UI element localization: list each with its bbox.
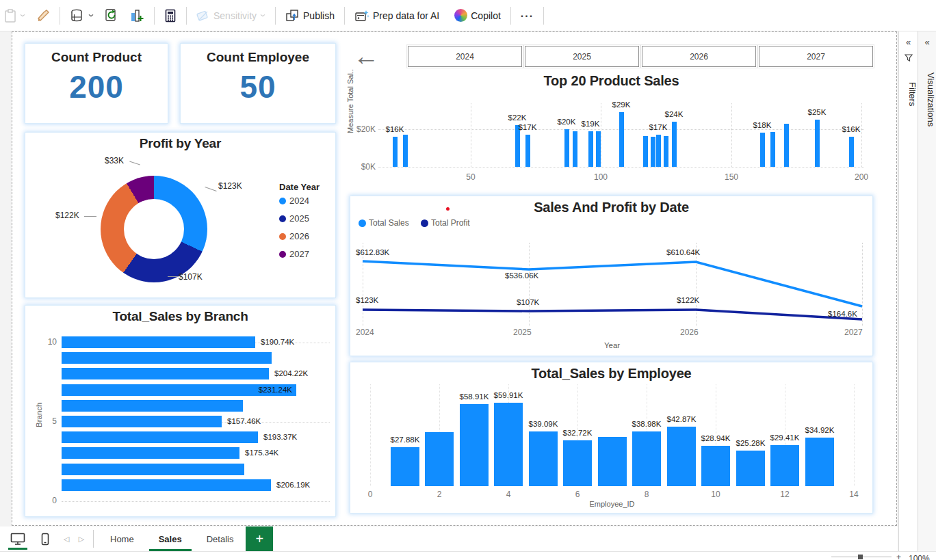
trend-line[interactable] (363, 310, 862, 319)
legend-title: Date Year (279, 182, 320, 192)
employee-bar[interactable] (460, 404, 489, 486)
page-tab-sales[interactable]: Sales (146, 526, 194, 551)
kpi-value: 200 (25, 68, 168, 105)
paste-button[interactable] (0, 6, 31, 25)
toolbar-separator (275, 7, 276, 25)
expand-filters-icon[interactable]: « (899, 31, 918, 47)
employee-bar[interactable] (667, 427, 696, 486)
kpi-card-count-product[interactable]: Count Product 200 (25, 43, 168, 124)
legend-item[interactable]: 2024 (279, 196, 309, 206)
employee-bar[interactable] (770, 445, 799, 486)
column-data-label: $19K (571, 120, 610, 128)
column-bar[interactable] (664, 136, 668, 167)
legend-item[interactable]: 2027 (279, 249, 309, 259)
column-bar[interactable] (651, 137, 655, 167)
column-bar[interactable] (393, 137, 398, 167)
employee-bar[interactable] (805, 438, 834, 486)
employee-bar[interactable] (391, 447, 419, 486)
employee-bar[interactable] (529, 431, 558, 486)
calculator-icon (164, 9, 177, 23)
more-options-button[interactable]: ... (515, 8, 539, 24)
column-bar[interactable] (619, 112, 624, 167)
donut-card-profit-by-year[interactable]: Profit by Year Date Year 202420252026202… (25, 132, 336, 298)
filters-pane[interactable]: « Filters (898, 31, 918, 551)
mobile-view-button[interactable] (31, 526, 59, 551)
column-bar[interactable] (760, 133, 765, 167)
column-bar[interactable] (672, 122, 677, 167)
toolbar-separator (154, 7, 155, 25)
column-bar[interactable] (596, 131, 601, 167)
branch-bar[interactable] (62, 368, 269, 379)
branch-bar[interactable] (62, 431, 258, 443)
kpi-card-count-employee[interactable]: Count Employee 50 (180, 43, 336, 124)
x-axis-tick: 200 (849, 172, 874, 182)
column-bar[interactable] (573, 131, 577, 167)
column-bar[interactable] (588, 131, 593, 167)
column-bar[interactable] (784, 124, 789, 167)
column-bar[interactable] (525, 135, 530, 167)
calculator-button[interactable] (159, 6, 182, 25)
x-axis-tick: 12 (775, 490, 795, 499)
employee-bar[interactable] (632, 431, 661, 486)
year-slicer-button-2025[interactable]: 2025 (525, 46, 639, 67)
employee-bar[interactable] (425, 432, 454, 486)
top20-plot[interactable]: 50100150200$20K$0K$16K$22K$17K$20K$19K$2… (340, 96, 881, 189)
next-page-button[interactable]: ▷ (74, 526, 89, 551)
back-button[interactable]: ← (353, 44, 379, 68)
branch-bar[interactable] (62, 447, 239, 459)
page-tab-detalis[interactable]: Detalis (194, 526, 246, 551)
prep-data-for-ai-button[interactable]: Prep data for AI (349, 6, 445, 25)
legend-item[interactable]: 2026 (279, 231, 309, 241)
expand-visualizations-icon[interactable]: « (918, 31, 936, 47)
branch-bar[interactable] (62, 352, 272, 364)
sensitivity-button[interactable]: Sensitivity (191, 6, 271, 25)
branch-bar[interactable] (62, 416, 222, 427)
bar-card-total-sales-by-branch[interactable]: Total_Sales by Branch Branch 1050$190.74… (25, 305, 336, 517)
employee-bar[interactable] (563, 440, 592, 486)
add-page-button[interactable]: + (246, 526, 273, 551)
legend-dot (279, 198, 286, 204)
format-painter-button[interactable] (31, 6, 55, 25)
employee-bar[interactable] (494, 403, 523, 486)
zoom-plus-icon[interactable]: + (896, 552, 901, 560)
year-slicer-button-2026[interactable]: 2026 (642, 46, 756, 67)
employee-bar[interactable] (598, 437, 627, 486)
desktop-view-button[interactable] (4, 526, 31, 551)
employee-bar[interactable] (701, 446, 730, 486)
column-bar[interactable] (643, 136, 648, 167)
visualizations-pane[interactable]: « Visualizations (918, 31, 936, 551)
column-card-total-sales-by-employee[interactable]: Total_Sales by Employee 02468101214$27.8… (350, 362, 873, 514)
publish-label: Publish (303, 10, 335, 21)
column-bar[interactable] (515, 125, 520, 167)
legend-label: 2027 (289, 249, 309, 259)
line-card-sales-and-profit[interactable]: Sales And Profit by Date Total Sales Tot… (350, 196, 873, 356)
column-bar[interactable] (656, 135, 661, 167)
get-data-button[interactable] (64, 6, 99, 25)
branch-bar[interactable] (62, 336, 255, 348)
trend-line[interactable] (363, 261, 862, 306)
column-bar[interactable] (564, 129, 569, 167)
year-slicer-button-2024[interactable]: 2024 (408, 46, 522, 67)
bar-data-label: $175.34K (245, 449, 278, 457)
line-data-label: $164.6K (828, 310, 857, 318)
branch-bar[interactable] (62, 464, 244, 475)
branch-bar[interactable] (62, 479, 271, 491)
column-bar[interactable] (815, 120, 820, 167)
column-bar[interactable] (849, 137, 854, 167)
refresh-button[interactable] (99, 6, 124, 25)
report-canvas[interactable]: Count Product 200 Count Employee 50 Prof… (12, 31, 897, 526)
legend-item[interactable]: 2025 (279, 213, 309, 224)
new-visual-button[interactable] (124, 6, 150, 25)
year-slicer-button-2027[interactable]: 2027 (759, 46, 873, 67)
kpi-title: Count Employee (181, 50, 335, 65)
page-tab-home[interactable]: Home (98, 526, 146, 551)
column-bar[interactable] (770, 132, 775, 167)
publish-button[interactable]: Publish (280, 6, 340, 25)
previous-page-button[interactable]: ◁ (59, 526, 74, 551)
employee-bar[interactable] (736, 451, 765, 486)
branch-bar[interactable] (62, 400, 243, 412)
copilot-button[interactable]: Copilot (449, 6, 506, 25)
donut-chart[interactable] (101, 176, 207, 282)
column-bar[interactable] (403, 135, 408, 167)
zoom-slider-handle[interactable] (858, 555, 863, 559)
